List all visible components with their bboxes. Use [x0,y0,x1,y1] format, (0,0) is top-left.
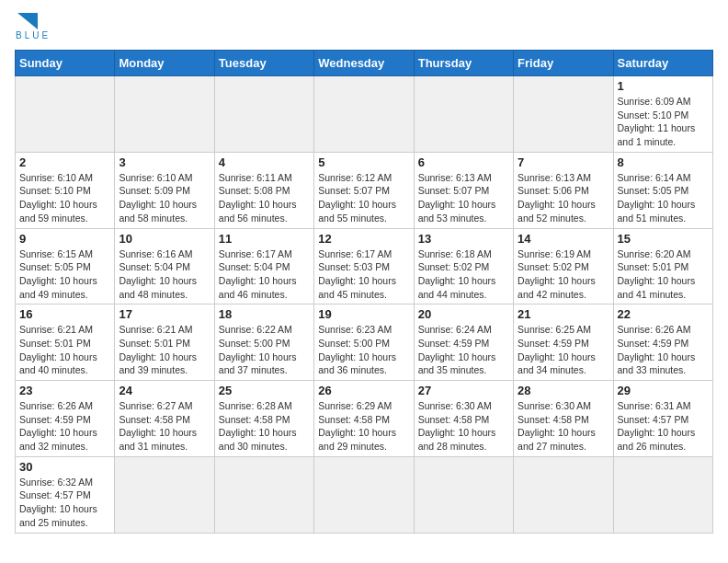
calendar-cell: 10Sunrise: 6:16 AM Sunset: 5:04 PM Dayli… [115,228,214,304]
day-info: Sunrise: 6:13 AM Sunset: 5:07 PM Dayligh… [418,171,509,225]
day-number: 13 [418,232,509,246]
day-number: 5 [318,155,409,169]
logo: BLUE [15,15,51,40]
day-info: Sunrise: 6:13 AM Sunset: 5:06 PM Dayligh… [518,171,609,225]
day-number: 22 [618,307,709,321]
calendar-cell [414,76,513,153]
day-number: 23 [19,384,110,397]
day-info: Sunrise: 6:23 AM Sunset: 5:00 PM Dayligh… [318,323,409,377]
svg-marker-0 [17,13,38,29]
weekday-friday: Friday [514,51,613,76]
day-info: Sunrise: 6:32 AM Sunset: 4:57 PM Dayligh… [19,476,110,530]
day-info: Sunrise: 6:18 AM Sunset: 5:02 PM Dayligh… [418,247,509,302]
day-number: 21 [518,307,609,321]
logo-icon [17,13,38,29]
calendar-cell [16,76,115,153]
day-info: Sunrise: 6:15 AM Sunset: 5:05 PM Dayligh… [19,247,110,302]
day-number: 2 [19,155,110,169]
day-number: 14 [518,232,609,246]
calendar-cell: 18Sunrise: 6:22 AM Sunset: 5:00 PM Dayli… [214,304,313,381]
calendar-cell [613,456,712,533]
calendar-cell [314,76,414,153]
day-number: 1 [618,79,709,93]
calendar-week-3: 9Sunrise: 6:15 AM Sunset: 5:05 PM Daylig… [16,228,713,304]
calendar-cell [115,456,214,533]
day-info: Sunrise: 6:26 AM Sunset: 4:59 PM Dayligh… [19,399,110,454]
day-number: 27 [418,384,509,397]
calendar-cell: 11Sunrise: 6:17 AM Sunset: 5:04 PM Dayli… [214,228,313,304]
day-number: 10 [119,232,210,246]
calendar-week-1: 1Sunrise: 6:09 AM Sunset: 5:10 PM Daylig… [16,76,713,153]
day-info: Sunrise: 6:19 AM Sunset: 5:02 PM Dayligh… [518,247,609,302]
day-info: Sunrise: 6:30 AM Sunset: 4:58 PM Dayligh… [418,399,509,454]
calendar-cell: 13Sunrise: 6:18 AM Sunset: 5:02 PM Dayli… [414,228,513,304]
day-info: Sunrise: 6:24 AM Sunset: 4:59 PM Dayligh… [418,323,509,377]
weekday-sunday: Sunday [16,51,115,76]
day-info: Sunrise: 6:14 AM Sunset: 5:05 PM Dayligh… [618,171,709,225]
day-info: Sunrise: 6:28 AM Sunset: 4:58 PM Dayligh… [219,399,310,454]
day-number: 11 [219,232,310,246]
day-number: 16 [19,307,110,321]
day-number: 30 [19,460,110,474]
day-info: Sunrise: 6:27 AM Sunset: 4:58 PM Dayligh… [119,399,210,454]
calendar-cell: 27Sunrise: 6:30 AM Sunset: 4:58 PM Dayli… [414,381,513,457]
day-number: 19 [318,307,409,321]
calendar-cell [214,456,313,533]
calendar-cell: 20Sunrise: 6:24 AM Sunset: 4:59 PM Dayli… [414,304,513,381]
calendar-cell [314,456,414,533]
calendar-cell: 25Sunrise: 6:28 AM Sunset: 4:58 PM Dayli… [214,381,313,457]
calendar-cell [514,456,613,533]
day-info: Sunrise: 6:21 AM Sunset: 5:01 PM Dayligh… [19,323,110,377]
day-info: Sunrise: 6:10 AM Sunset: 5:09 PM Dayligh… [119,171,210,225]
day-number: 29 [618,384,709,397]
day-info: Sunrise: 6:21 AM Sunset: 5:01 PM Dayligh… [119,323,210,377]
calendar-cell: 22Sunrise: 6:26 AM Sunset: 4:59 PM Dayli… [613,304,712,381]
calendar-cell: 5Sunrise: 6:12 AM Sunset: 5:07 PM Daylig… [314,152,414,228]
day-info: Sunrise: 6:10 AM Sunset: 5:10 PM Dayligh… [19,171,110,225]
day-number: 18 [219,307,310,321]
day-number: 8 [618,155,709,169]
day-info: Sunrise: 6:12 AM Sunset: 5:07 PM Dayligh… [318,171,409,225]
day-info: Sunrise: 6:11 AM Sunset: 5:08 PM Dayligh… [219,171,310,225]
day-number: 15 [618,232,709,246]
calendar-cell: 15Sunrise: 6:20 AM Sunset: 5:01 PM Dayli… [613,228,712,304]
calendar-cell: 29Sunrise: 6:31 AM Sunset: 4:57 PM Dayli… [613,381,712,457]
weekday-monday: Monday [115,51,214,76]
calendar-table: SundayMondayTuesdayWednesdayThursdayFrid… [15,50,713,534]
calendar-cell: 8Sunrise: 6:14 AM Sunset: 5:05 PM Daylig… [613,152,712,228]
calendar-cell: 30Sunrise: 6:32 AM Sunset: 4:57 PM Dayli… [16,456,115,533]
day-info: Sunrise: 6:31 AM Sunset: 4:57 PM Dayligh… [618,399,709,454]
day-number: 17 [119,307,210,321]
logo-sub: BLUE [16,30,51,40]
day-info: Sunrise: 6:17 AM Sunset: 5:03 PM Dayligh… [318,247,409,302]
calendar-week-6: 30Sunrise: 6:32 AM Sunset: 4:57 PM Dayli… [16,456,713,533]
calendar-cell [214,76,313,153]
day-info: Sunrise: 6:29 AM Sunset: 4:58 PM Dayligh… [318,399,409,454]
calendar-cell [514,76,613,153]
calendar-cell: 1Sunrise: 6:09 AM Sunset: 5:10 PM Daylig… [613,76,712,153]
calendar-week-5: 23Sunrise: 6:26 AM Sunset: 4:59 PM Dayli… [16,381,713,457]
day-info: Sunrise: 6:17 AM Sunset: 5:04 PM Dayligh… [219,247,310,302]
weekday-wednesday: Wednesday [314,51,414,76]
weekday-header-row: SundayMondayTuesdayWednesdayThursdayFrid… [16,51,713,76]
day-info: Sunrise: 6:30 AM Sunset: 4:58 PM Dayligh… [518,399,609,454]
day-number: 7 [518,155,609,169]
day-number: 26 [318,384,409,397]
calendar-cell: 4Sunrise: 6:11 AM Sunset: 5:08 PM Daylig… [214,152,313,228]
calendar-cell: 19Sunrise: 6:23 AM Sunset: 5:00 PM Dayli… [314,304,414,381]
day-number: 3 [119,155,210,169]
day-number: 25 [219,384,310,397]
calendar-cell: 23Sunrise: 6:26 AM Sunset: 4:59 PM Dayli… [16,381,115,457]
calendar-cell: 6Sunrise: 6:13 AM Sunset: 5:07 PM Daylig… [414,152,513,228]
day-info: Sunrise: 6:25 AM Sunset: 4:59 PM Dayligh… [518,323,609,377]
calendar-week-2: 2Sunrise: 6:10 AM Sunset: 5:10 PM Daylig… [16,152,713,228]
calendar-cell: 7Sunrise: 6:13 AM Sunset: 5:06 PM Daylig… [514,152,613,228]
day-number: 28 [518,384,609,397]
day-info: Sunrise: 6:16 AM Sunset: 5:04 PM Dayligh… [119,247,210,302]
weekday-tuesday: Tuesday [214,51,313,76]
calendar-cell: 28Sunrise: 6:30 AM Sunset: 4:58 PM Dayli… [514,381,613,457]
calendar-cell: 24Sunrise: 6:27 AM Sunset: 4:58 PM Dayli… [115,381,214,457]
calendar-cell: 21Sunrise: 6:25 AM Sunset: 4:59 PM Dayli… [514,304,613,381]
day-info: Sunrise: 6:22 AM Sunset: 5:00 PM Dayligh… [219,323,310,377]
day-number: 6 [418,155,509,169]
